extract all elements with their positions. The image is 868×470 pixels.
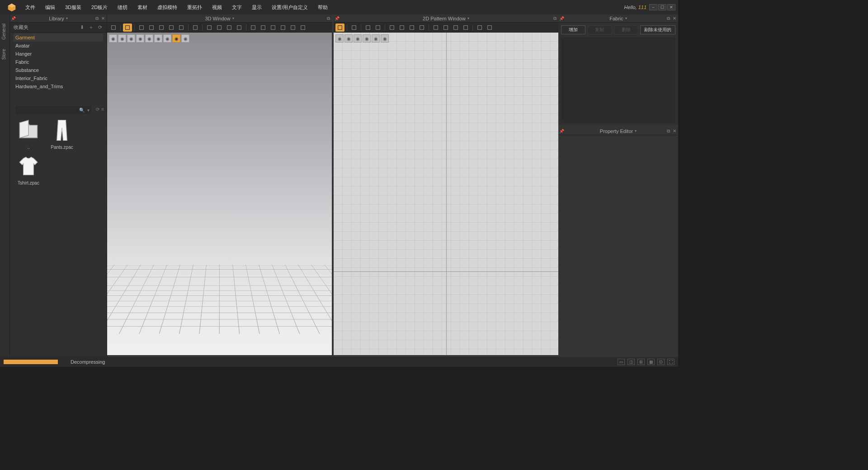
dropdown-icon[interactable]: ▾ <box>66 16 68 20</box>
popout-icon[interactable]: ⧉ <box>326 16 331 21</box>
tb2d-btn-12[interactable] <box>475 24 484 32</box>
menu-0[interactable]: 文件 <box>21 2 40 13</box>
tb3d-btn-2[interactable] <box>137 24 146 32</box>
dropdown-icon[interactable]: ▾ <box>635 129 637 133</box>
pin-icon[interactable]: 📌 <box>559 16 564 21</box>
tree-item-avatar[interactable]: Avatar <box>14 42 103 50</box>
ov3d-btn-8[interactable]: ◉ <box>181 34 189 43</box>
dropdown-icon[interactable]: ▾ <box>625 16 627 20</box>
ov3d-btn-5[interactable]: ◉ <box>154 34 162 43</box>
menu-10[interactable]: 显示 <box>247 2 266 13</box>
tb3d-btn-4[interactable] <box>157 24 166 32</box>
ov2d-btn-0[interactable]: ◉ <box>335 34 344 43</box>
tb3d-btn-3[interactable] <box>147 24 156 32</box>
close-panel-icon[interactable]: ✕ <box>100 16 106 21</box>
layout-4-icon[interactable]: ▦ <box>647 359 655 365</box>
ov3d-btn-1[interactable]: ◉ <box>118 34 126 43</box>
tb2d-btn-13[interactable] <box>485 24 494 32</box>
tb2d-btn-9[interactable] <box>441 24 450 32</box>
tb2d-btn-5[interactable] <box>397 24 406 32</box>
tb2d-btn-2[interactable] <box>363 24 373 32</box>
tb3d-btn-12[interactable] <box>249 24 258 32</box>
search-input[interactable] <box>15 108 79 113</box>
layout-1-icon[interactable]: ▭ <box>618 359 625 365</box>
dropdown-icon[interactable]: ▾ <box>232 16 234 20</box>
add-icon[interactable]: ＋ <box>88 24 94 31</box>
ov3d-btn-0[interactable]: ◉ <box>109 34 117 43</box>
tb3d-btn-11[interactable] <box>235 24 244 32</box>
close-panel-icon[interactable]: ✕ <box>672 16 677 21</box>
tb3d-btn-10[interactable] <box>225 24 234 32</box>
layout-3-icon[interactable]: ⊞ <box>637 359 645 365</box>
tb3d-btn-16[interactable] <box>288 24 297 32</box>
sidetab-store[interactable]: Store <box>0 45 8 63</box>
ov3d-btn-2[interactable]: ◉ <box>127 34 135 43</box>
tree-item-hardware_and_trims[interactable]: Hardware_and_Trims <box>14 82 103 90</box>
menu-4[interactable]: 缝纫 <box>113 2 132 13</box>
tb3d-btn-14[interactable] <box>269 24 278 32</box>
tree-item-interior_fabric[interactable]: Interior_Fabric <box>14 74 103 82</box>
tb2d-btn-0[interactable] <box>335 24 344 32</box>
tb2d-btn-3[interactable] <box>373 24 382 32</box>
filter-icon[interactable]: ▾ <box>85 108 91 113</box>
pin-icon[interactable]: 📌 <box>559 129 564 133</box>
download-icon[interactable]: ⬇ <box>79 24 85 31</box>
ov2d-btn-1[interactable]: ◉ <box>344 34 353 43</box>
ov2d-btn-3[interactable]: ◉ <box>363 34 371 43</box>
tb2d-btn-11[interactable] <box>461 24 470 32</box>
menu-9[interactable]: 文字 <box>227 2 246 13</box>
tb3d-btn-8[interactable] <box>205 24 214 32</box>
tree-item-fabric[interactable]: Fabric <box>14 58 103 66</box>
minimize-button[interactable]: – <box>649 4 657 10</box>
tb3d-btn-7[interactable] <box>191 24 200 32</box>
tb3d-btn-6[interactable] <box>177 24 186 32</box>
ov2d-btn-5[interactable]: ◉ <box>381 34 389 43</box>
tb2d-btn-7[interactable] <box>417 24 426 32</box>
menu-2[interactable]: 3D服装 <box>61 2 86 13</box>
ov3d-btn-4[interactable]: ◉ <box>145 34 153 43</box>
popout-icon[interactable]: ⧉ <box>94 16 99 21</box>
ov3d-btn-7[interactable]: ◉ <box>172 34 180 43</box>
layout-2-icon[interactable]: ◫ <box>627 359 635 365</box>
tree-item-garment[interactable]: Garment <box>14 33 103 42</box>
menu-11[interactable]: 设置/用户自定义 <box>267 2 312 13</box>
view-3d-canvas[interactable]: ◉◉◉◉◉◉◉◉◉ <box>107 33 332 355</box>
ov3d-btn-3[interactable]: ◉ <box>136 34 144 43</box>
search-icon[interactable]: 🔍 <box>79 108 85 113</box>
menu-3[interactable]: 2D板片 <box>87 2 112 13</box>
layout-6-icon[interactable]: ⛶ <box>667 359 675 365</box>
tb3d-btn-13[interactable] <box>259 24 268 32</box>
close-panel-icon[interactable]: ✕ <box>672 128 677 134</box>
sidetab-general[interactable]: General <box>0 20 8 43</box>
maximize-button[interactable]: ☐ <box>658 4 666 10</box>
ov3d-btn-6[interactable]: ◉ <box>163 34 171 43</box>
reload-icon[interactable]: ⟳ <box>96 107 99 112</box>
tree-item-hanger[interactable]: Hanger <box>14 50 103 58</box>
thumb-Tshirt.zpac[interactable]: Tshirt.zpac <box>14 153 43 185</box>
menu-1[interactable]: 编辑 <box>41 2 60 13</box>
tree-item-substance[interactable]: Substance <box>14 66 103 74</box>
view-2d-canvas[interactable]: ◉◉◉◉◉◉ <box>334 33 558 355</box>
tb3d-btn-17[interactable] <box>298 24 307 32</box>
tb3d-btn-0[interactable] <box>109 24 118 32</box>
thumb-..[interactable]: .. <box>14 118 43 150</box>
tb2d-btn-10[interactable] <box>451 24 460 32</box>
popout-icon[interactable]: ⧉ <box>665 128 671 134</box>
tb2d-btn-4[interactable] <box>387 24 396 32</box>
menu-5[interactable]: 素材 <box>133 2 152 13</box>
tb2d-btn-6[interactable] <box>407 24 416 32</box>
ov2d-btn-4[interactable]: ◉ <box>372 34 380 43</box>
tb3d-btn-5[interactable] <box>167 24 176 32</box>
menu-6[interactable]: 虚拟模特 <box>153 2 182 13</box>
tb3d-btn-15[interactable] <box>278 24 288 32</box>
popout-icon[interactable]: ⧉ <box>665 16 671 21</box>
tb3d-btn-9[interactable] <box>215 24 224 32</box>
tb3d-btn-1[interactable] <box>123 24 132 32</box>
fabric-purge-button[interactable]: 剔除未使用的 <box>640 25 675 34</box>
popout-icon[interactable]: ⧉ <box>552 16 557 21</box>
close-button[interactable]: ✕ <box>667 4 675 10</box>
layout-5-icon[interactable]: ⊡ <box>657 359 665 365</box>
pin-icon[interactable]: 📌 <box>11 16 16 21</box>
tb2d-btn-8[interactable] <box>431 24 440 32</box>
list-view-icon[interactable]: ≡ <box>101 107 104 112</box>
